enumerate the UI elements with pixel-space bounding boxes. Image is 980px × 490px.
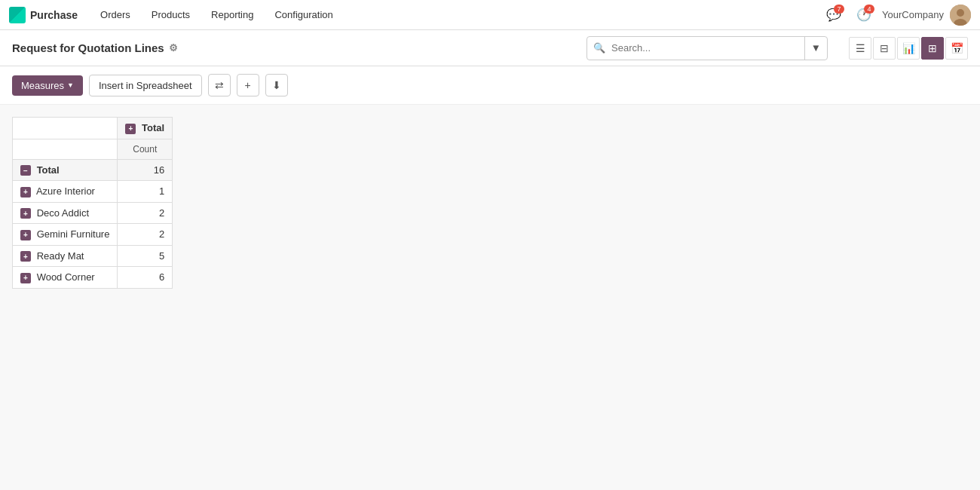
- search-bar: 🔍 ▼: [586, 36, 828, 60]
- table-row: + Ready Mat 5: [13, 245, 173, 267]
- gemini-expand-button[interactable]: +: [20, 230, 31, 240]
- messages-button[interactable]: 💬 7: [822, 3, 846, 27]
- activity-badge: 4: [864, 5, 874, 14]
- insert-spreadsheet-button[interactable]: Insert in Spreadsheet: [89, 75, 202, 96]
- add-icon-button[interactable]: +: [237, 74, 259, 96]
- woodcorner-expand-button[interactable]: +: [20, 273, 31, 283]
- search-dropdown-button[interactable]: ▼: [804, 37, 827, 60]
- count-header: Count: [118, 139, 173, 159]
- pivot-table: + Total Count − Total 16 +: [12, 117, 173, 289]
- download-icon-button[interactable]: ⬇: [265, 74, 288, 96]
- subheader: Request for Quotation Lines ⚙ 🔍 ▼ ☰ ⊟ 📊 …: [0, 30, 980, 66]
- pivot-view-button[interactable]: ⊞: [921, 37, 944, 60]
- deco-count: 2: [118, 202, 173, 224]
- list-view-button[interactable]: ☰: [849, 37, 871, 60]
- insert-label: Insert in Spreadsheet: [99, 80, 192, 91]
- page-title-text: Request for Quotation Lines: [12, 41, 164, 54]
- avatar[interactable]: [950, 5, 971, 26]
- nav-links: Orders Products Reporting Configuration: [90, 0, 822, 30]
- navbar: Purchase Orders Products Reporting Confi…: [0, 0, 980, 30]
- col-total-label: Total: [142, 122, 164, 133]
- row-label-readymat: + Ready Mat: [13, 245, 118, 267]
- calendar-view-button[interactable]: 📅: [945, 37, 968, 60]
- deco-expand-button[interactable]: +: [20, 208, 31, 219]
- brand[interactable]: Purchase: [9, 7, 78, 23]
- nav-reporting[interactable]: Reporting: [201, 0, 264, 30]
- table-row: + Gemini Furniture 2: [13, 224, 173, 246]
- activity-button[interactable]: 🕐 4: [852, 3, 876, 27]
- measures-button[interactable]: Measures: [12, 75, 83, 96]
- settings-icon[interactable]: ⚙: [169, 42, 178, 54]
- azure-count: 1: [118, 181, 173, 203]
- svg-point-1: [957, 9, 964, 17]
- readymat-count: 5: [118, 245, 173, 267]
- brand-icon: [9, 7, 26, 23]
- table-row: + Azure Interior 1: [13, 181, 173, 203]
- brand-label: Purchase: [30, 9, 78, 21]
- kanban-view-button[interactable]: ⊟: [873, 37, 896, 60]
- search-input[interactable]: [611, 42, 804, 54]
- total-row-count: 16: [118, 159, 173, 181]
- row-label-gemini: + Gemini Furniture: [13, 224, 118, 246]
- table-row: + Wood Corner 6: [13, 267, 173, 289]
- nav-right: 💬 7 🕐 4 YourCompany: [822, 3, 971, 27]
- woodcorner-count: 6: [118, 267, 173, 289]
- row-label-woodcorner: + Wood Corner: [13, 267, 118, 289]
- toolbar: Measures Insert in Spreadsheet ⇄ + ⬇: [0, 66, 980, 105]
- total-row-label: − Total: [13, 159, 118, 181]
- row-label-deco: + Deco Addict: [13, 202, 118, 224]
- total-row: − Total 16: [13, 159, 173, 181]
- messages-badge: 7: [834, 5, 844, 14]
- search-icon: 🔍: [587, 42, 611, 54]
- azure-expand-button[interactable]: +: [20, 187, 31, 198]
- row-label-azure: + Azure Interior: [13, 181, 118, 203]
- filter-icon-button[interactable]: ⇄: [208, 74, 231, 96]
- gemini-count: 2: [118, 224, 173, 246]
- total-collapse-button[interactable]: −: [20, 165, 31, 176]
- view-icons: ☰ ⊟ 📊 ⊞ 📅: [849, 37, 968, 60]
- chart-view-button[interactable]: 📊: [897, 37, 920, 60]
- readymat-expand-button[interactable]: +: [20, 251, 31, 262]
- measures-label: Measures: [21, 80, 64, 91]
- user-company[interactable]: YourCompany: [882, 9, 944, 20]
- nav-orders[interactable]: Orders: [90, 0, 141, 30]
- main-content: + Total Count − Total 16 +: [0, 105, 980, 301]
- page-title: Request for Quotation Lines ⚙: [12, 41, 178, 54]
- col-collapse-button[interactable]: +: [125, 124, 136, 134]
- col-total-header: + Total: [118, 118, 173, 139]
- table-row: + Deco Addict 2: [13, 202, 173, 224]
- nav-configuration[interactable]: Configuration: [264, 0, 343, 30]
- nav-products[interactable]: Products: [141, 0, 201, 30]
